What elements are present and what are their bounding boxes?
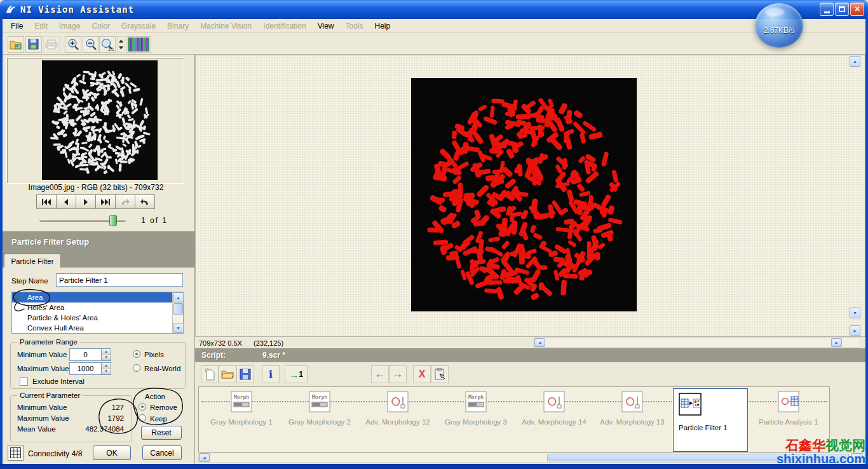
step-label: Adv. Morphology 13 xyxy=(595,418,670,426)
script-info-button[interactable]: i xyxy=(262,365,280,383)
open-script-button[interactable] xyxy=(219,365,236,383)
parameter-range-title: Parameter Range xyxy=(17,338,80,346)
first-image-button[interactable] xyxy=(36,194,57,209)
save-script-button[interactable] xyxy=(236,365,254,383)
next-image-button[interactable] xyxy=(76,194,96,209)
print-button xyxy=(43,36,60,53)
zoom-in-button[interactable] xyxy=(65,36,81,53)
net-speed-bubble: 2.67KB/s xyxy=(755,3,803,48)
step-label: Gray Morphology 3 xyxy=(438,418,513,426)
hscroll-left-icon[interactable]: ◄ xyxy=(534,338,545,347)
image-caption: Image005.jpg - RGB (32 bits) - 709x732 xyxy=(4,183,188,192)
run-once-button[interactable]: → 1 xyxy=(285,365,308,383)
viewer-hscrollbar[interactable]: ◄ ► xyxy=(534,337,860,348)
max-value[interactable]: 1000 xyxy=(70,363,101,374)
previous-image-button[interactable] xyxy=(56,194,76,209)
pixels-label: Pixels xyxy=(144,351,164,358)
ok-button[interactable]: OK xyxy=(93,445,131,460)
menu-binary: Binary xyxy=(161,20,194,32)
pixels-radio[interactable] xyxy=(133,350,140,358)
menu-identification: Identification xyxy=(257,20,311,32)
cp-min-label: Minimum Value xyxy=(17,404,67,411)
menu-color: Color xyxy=(86,20,116,32)
script-scroll-left-icon[interactable]: ◄ xyxy=(199,453,210,462)
last-image-button[interactable] xyxy=(95,194,116,209)
menu-view[interactable]: View xyxy=(312,20,340,32)
adv-morphology-icon xyxy=(387,391,409,412)
script-step-adv-morphology-14[interactable]: Adv. Morphology 14 xyxy=(517,391,592,451)
step-forward-button[interactable]: → xyxy=(389,365,407,383)
measurement-item[interactable]: Convex Hull Area xyxy=(12,323,183,333)
connectivity-grid-icon[interactable] xyxy=(8,445,24,461)
exclude-interval-checkbox[interactable] xyxy=(20,377,28,386)
zoom-out-button[interactable] xyxy=(83,36,99,53)
step-icon xyxy=(751,391,826,414)
viewer-scroll-up[interactable]: ▲ xyxy=(850,56,860,67)
measurement-item[interactable]: Particle & Holes' Area xyxy=(12,313,183,323)
delete-step-button[interactable]: X xyxy=(413,365,431,383)
script-step-adv-morphology-13[interactable]: Adv. Morphology 13 xyxy=(595,391,670,451)
open-image-button[interactable] xyxy=(8,36,24,53)
measurement-item[interactable]: Holes' Area xyxy=(12,302,183,313)
zoom-1to1-button[interactable]: 1:1 xyxy=(99,36,116,53)
reset-button[interactable]: Reset xyxy=(141,426,182,440)
hscroll-right-icon[interactable]: ► xyxy=(831,338,842,347)
keep-radio[interactable] xyxy=(139,414,146,422)
tab-particle-filter[interactable]: Particle Filter xyxy=(4,254,61,268)
viewer-scroll-corner-right[interactable]: ► xyxy=(850,325,860,336)
image-nav-buttons xyxy=(36,194,154,209)
script-step-gray-morphology-1[interactable]: MorphGray Morphology 1 xyxy=(204,391,279,451)
min-value[interactable]: 0 xyxy=(70,349,101,360)
maximize-button[interactable] xyxy=(835,3,849,16)
svg-text:Morph: Morph xyxy=(468,395,484,400)
scroll-up-icon[interactable]: ▲ xyxy=(173,292,184,302)
script-step-gray-morphology-2[interactable]: MorphGray Morphology 2 xyxy=(282,391,357,451)
step-back-button[interactable]: ← xyxy=(371,365,389,383)
net-speed-text: 2.67KB/s xyxy=(755,26,803,35)
script-hscrollbar[interactable]: ◄ ► xyxy=(198,452,863,463)
zoom-spinner[interactable] xyxy=(117,36,125,53)
particle-filter-icon xyxy=(679,393,702,416)
step-label: Gray Morphology 1 xyxy=(204,418,279,426)
page-indicator: 1 of 1 xyxy=(141,216,168,225)
measurement-item[interactable]: ✓Area xyxy=(12,292,183,302)
cancel-button[interactable]: Cancel xyxy=(142,445,182,460)
measurement-label: Convex Hull Area xyxy=(27,324,84,332)
step-icon: Morph xyxy=(438,391,513,414)
spin-down-icon[interactable]: ▼ xyxy=(102,369,111,374)
real-world-radio[interactable] xyxy=(133,364,140,372)
new-script-button[interactable] xyxy=(201,365,219,383)
save-image-button[interactable] xyxy=(25,36,42,53)
scroll-down-icon[interactable]: ▼ xyxy=(173,323,184,333)
step-icon xyxy=(517,391,592,414)
undo-button xyxy=(115,194,135,209)
redo-button[interactable] xyxy=(135,194,155,209)
listbox-scrollbar[interactable]: ▲ ▼ xyxy=(172,292,183,333)
window-title: NI Vision Assistant xyxy=(20,4,134,15)
min-value-spinbox[interactable]: 0 ▲▼ xyxy=(69,348,111,361)
scrollbar-thumb[interactable] xyxy=(173,303,183,315)
script-step-gray-morphology-3[interactable]: MorphGray Morphology 3 xyxy=(438,391,513,451)
main-image[interactable] xyxy=(411,78,637,311)
close-button[interactable]: ✕ xyxy=(850,3,864,16)
script-step-particle-filter-1[interactable]: Particle Filter 1 xyxy=(673,388,748,452)
step-icon xyxy=(595,391,670,414)
palette-icon[interactable] xyxy=(126,36,151,53)
remove-radio[interactable] xyxy=(139,403,146,411)
image-slider-thumb[interactable] xyxy=(109,215,117,226)
adv-morphology-icon xyxy=(543,391,565,412)
script-step-adv-morphology-12[interactable]: Adv. Morphology 12 xyxy=(360,391,435,451)
minimize-button[interactable] xyxy=(820,3,834,16)
viewer-scroll-down[interactable]: ▼ xyxy=(850,308,860,318)
preview-thumbnail xyxy=(42,60,158,180)
step-name-label: Step Name xyxy=(11,277,48,285)
cp-max-label: Maximum Value xyxy=(17,414,69,422)
menu-file[interactable]: File xyxy=(5,20,29,32)
paste-step-button[interactable] xyxy=(431,365,449,383)
spin-up-icon[interactable]: ▲ xyxy=(102,363,111,369)
step-name-input[interactable] xyxy=(56,273,183,287)
spin-up-icon[interactable]: ▲ xyxy=(102,349,111,355)
menu-help[interactable]: Help xyxy=(369,20,397,32)
max-value-spinbox[interactable]: 1000 ▲▼ xyxy=(69,362,111,375)
spin-down-icon[interactable]: ▼ xyxy=(102,355,111,360)
